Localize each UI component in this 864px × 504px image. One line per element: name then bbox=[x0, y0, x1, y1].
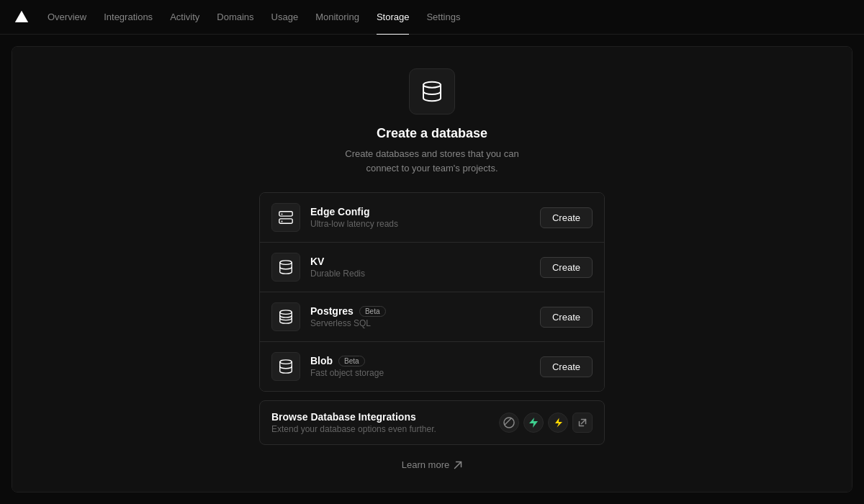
postgres-row: Postgres Beta Serverless SQL Create bbox=[260, 292, 604, 342]
blob-create-button[interactable]: Create bbox=[540, 356, 593, 377]
external-link-icon[interactable] bbox=[572, 413, 593, 433]
kv-svg bbox=[278, 259, 294, 275]
kv-name-row: KV bbox=[310, 256, 530, 267]
kv-desc: Durable Redis bbox=[310, 269, 530, 279]
kv-row: KV Durable Redis Create bbox=[260, 243, 604, 292]
nav-overview[interactable]: Overview bbox=[40, 0, 94, 34]
logo[interactable] bbox=[12, 7, 32, 27]
lightning-icon bbox=[548, 413, 568, 433]
edge-config-create-button[interactable]: Create bbox=[540, 207, 593, 228]
edge-config-name-row: Edge Config bbox=[310, 206, 530, 217]
browse-integrations-card: Browse Database Integrations Extend your… bbox=[259, 400, 605, 445]
svg-point-0 bbox=[423, 82, 441, 88]
svg-rect-2 bbox=[279, 219, 292, 223]
blob-icon bbox=[271, 352, 300, 381]
page-subtitle: Create databases and stores that you can… bbox=[345, 147, 518, 175]
postgres-desc: Serverless SQL bbox=[310, 318, 530, 328]
browse-info: Browse Database Integrations Extend your… bbox=[271, 411, 490, 434]
edge-config-desc: Ultra-low latency reads bbox=[310, 219, 530, 229]
svg-point-8 bbox=[504, 418, 514, 428]
database-icon bbox=[420, 80, 444, 103]
postgres-beta-badge: Beta bbox=[359, 306, 386, 317]
nav-settings[interactable]: Settings bbox=[419, 0, 467, 34]
postgres-create-button[interactable]: Create bbox=[540, 307, 593, 328]
browse-title: Browse Database Integrations bbox=[271, 411, 490, 423]
main-content: Create a database Create databases and s… bbox=[12, 46, 852, 492]
edge-config-row: Edge Config Ultra-low latency reads Crea… bbox=[260, 193, 604, 243]
svg-rect-1 bbox=[279, 212, 292, 216]
supabase-icon bbox=[523, 413, 544, 433]
edge-config-icon bbox=[271, 203, 300, 232]
browse-description: Extend your database options even furthe… bbox=[271, 424, 490, 434]
storage-options-list: Edge Config Ultra-low latency reads Crea… bbox=[259, 192, 605, 392]
top-navigation: Overview Integrations Activity Domains U… bbox=[0, 0, 864, 35]
kv-icon bbox=[271, 253, 300, 282]
postgres-name-row: Postgres Beta bbox=[310, 305, 530, 317]
svg-point-5 bbox=[280, 261, 292, 265]
edge-config-info: Edge Config Ultra-low latency reads bbox=[310, 206, 530, 229]
kv-info: KV Durable Redis bbox=[310, 256, 530, 279]
blob-info: Blob Beta Fast object storage bbox=[310, 355, 530, 378]
edge-config-svg bbox=[278, 210, 294, 225]
blob-name: Blob bbox=[310, 355, 333, 366]
nav-monitoring[interactable]: Monitoring bbox=[308, 0, 366, 34]
page-title: Create a database bbox=[377, 126, 487, 141]
nav-usage[interactable]: Usage bbox=[264, 0, 306, 34]
nav-activity[interactable]: Activity bbox=[163, 0, 207, 34]
postgres-info: Postgres Beta Serverless SQL bbox=[310, 305, 530, 328]
postgres-name: Postgres bbox=[310, 305, 354, 317]
planetscale-icon bbox=[499, 413, 519, 433]
learn-more-label: Learn more bbox=[402, 459, 449, 470]
kv-name: KV bbox=[310, 256, 324, 267]
blob-svg bbox=[278, 359, 294, 374]
blob-name-row: Blob Beta bbox=[310, 355, 530, 366]
nav-storage[interactable]: Storage bbox=[369, 0, 417, 34]
blob-desc: Fast object storage bbox=[310, 368, 530, 378]
blob-row: Blob Beta Fast object storage Create bbox=[260, 342, 604, 391]
blob-beta-badge: Beta bbox=[338, 356, 365, 366]
learn-more-external-icon bbox=[454, 461, 462, 469]
edge-config-name: Edge Config bbox=[310, 206, 369, 217]
svg-point-7 bbox=[280, 360, 292, 364]
learn-more-link[interactable]: Learn more bbox=[402, 459, 462, 470]
browse-icons-group bbox=[499, 413, 593, 433]
postgres-svg bbox=[278, 309, 294, 325]
svg-point-6 bbox=[280, 310, 292, 315]
content-center: Create a database Create databases and s… bbox=[259, 46, 605, 492]
database-icon-wrapper bbox=[409, 68, 455, 114]
kv-create-button[interactable]: Create bbox=[540, 257, 593, 278]
postgres-icon bbox=[271, 302, 300, 331]
nav-integrations[interactable]: Integrations bbox=[96, 0, 160, 34]
nav-domains[interactable]: Domains bbox=[210, 0, 261, 34]
